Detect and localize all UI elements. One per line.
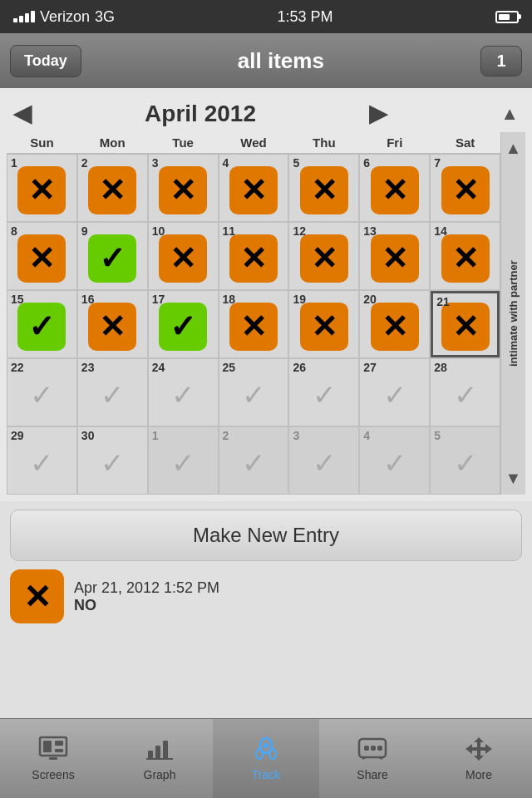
cal-cell-next-1[interactable]: 1 ✓ (149, 427, 218, 494)
cal-cell-23[interactable]: 23 ✓ (78, 359, 147, 426)
sidebar-down-arrow[interactable]: ▼ (502, 466, 525, 491)
cal-cell-26[interactable]: 26 ✓ (289, 359, 358, 426)
battery-fill (499, 14, 510, 20)
svg-rect-14 (364, 746, 369, 751)
cal-cell-12[interactable]: 12 ✕ (289, 223, 358, 289)
cell-icon-17: ✓ (159, 303, 207, 351)
day-thu: Thu (288, 132, 359, 153)
svg-point-10 (264, 743, 268, 748)
cal-cell-2[interactable]: 2 ✕ (78, 155, 147, 221)
cell-icon-18: ✕ (229, 303, 278, 351)
tab-more[interactable]: More (426, 719, 532, 798)
svg-rect-16 (377, 746, 382, 751)
cell-icon-6: ✕ (371, 166, 419, 214)
calendar-main: Sun Mon Tue Wed Thu Fri Sat 1 ✕ (7, 132, 500, 495)
cal-cell-8[interactable]: 8 ✕ (7, 223, 76, 289)
track-icon (251, 736, 281, 765)
cell-icon-9: ✓ (88, 234, 136, 283)
day-sun: Sun (7, 132, 77, 153)
cal-cell-30[interactable]: 30 ✓ (78, 427, 147, 494)
svg-rect-2 (55, 741, 63, 746)
nav-bar: Today all items 1 (0, 33, 532, 88)
entry-info: Apr 21, 2012 1:52 PM NO (74, 579, 219, 614)
tab-share[interactable]: Share (319, 719, 426, 798)
cal-cell-28[interactable]: 28 ✓ (431, 359, 500, 426)
cal-cell-5[interactable]: 5 ✕ (289, 155, 358, 221)
cal-cell-next-5[interactable]: 5 ✓ (431, 427, 500, 494)
day-headers: Sun Mon Tue Wed Thu Fri Sat (7, 132, 500, 154)
graph-icon (145, 736, 175, 765)
carrier-label: Verizon (40, 8, 90, 26)
day-fri: Fri (359, 132, 430, 153)
scroll-up-button[interactable]: ▲ (500, 103, 519, 125)
more-icon (464, 736, 494, 765)
cal-cell-6[interactable]: 6 ✕ (360, 155, 429, 221)
tab-track[interactable]: Track (213, 719, 319, 798)
cal-cell-next-2[interactable]: 2 ✓ (219, 427, 288, 494)
cal-cell-17[interactable]: 17 ✓ (149, 291, 218, 357)
svg-rect-15 (371, 746, 376, 751)
cal-cell-27[interactable]: 27 ✓ (360, 359, 429, 426)
cal-cell-25[interactable]: 25 ✓ (219, 359, 288, 426)
svg-rect-4 (49, 757, 57, 760)
entry-icon: ✕ (10, 569, 64, 623)
cell-icon-4: ✕ (229, 166, 278, 214)
cal-cell-next-3[interactable]: 3 ✓ (289, 427, 358, 494)
tab-bar: Screens Graph Track (0, 718, 532, 798)
cal-cell-20[interactable]: 20 ✕ (360, 291, 429, 357)
svg-rect-7 (163, 741, 168, 759)
cal-cell-16[interactable]: 16 ✕ (78, 291, 147, 357)
cal-cell-next-4[interactable]: 4 ✓ (360, 427, 429, 494)
tab-more-label: More (466, 768, 492, 781)
tab-graph[interactable]: Graph (106, 719, 213, 798)
cell-icon-5: ✕ (300, 166, 348, 214)
tab-screens[interactable]: Screens (0, 719, 106, 798)
sidebar-up-arrow[interactable]: ▲ (502, 135, 525, 161)
cal-cell-4[interactable]: 4 ✕ (219, 155, 288, 221)
today-button[interactable]: Today (10, 45, 81, 77)
cal-cell-29[interactable]: 29 ✓ (7, 427, 76, 494)
calendar-wrapper: Sun Mon Tue Wed Thu Fri Sat 1 ✕ (7, 132, 525, 495)
cell-icon-14: ✕ (441, 234, 490, 283)
cell-icon-7: ✕ (441, 166, 490, 214)
cell-icon-next-3: ✓ (300, 439, 348, 487)
cell-icon-15: ✓ (17, 303, 66, 351)
cell-icon-28: ✓ (441, 371, 490, 419)
cell-icon-23: ✓ (88, 371, 136, 419)
cal-cell-11[interactable]: 11 ✕ (219, 223, 288, 289)
day-sat: Sat (430, 132, 500, 153)
make-new-entry-button[interactable]: Make New Entry (10, 510, 522, 561)
battery-icon (495, 11, 519, 23)
cal-cell-19[interactable]: 19 ✕ (289, 291, 358, 357)
notification-badge[interactable]: 1 (480, 46, 522, 76)
cell-icon-next-1: ✓ (159, 439, 207, 487)
entry-log: ✕ Apr 21, 2012 1:52 PM NO (10, 569, 522, 623)
cal-cell-13[interactable]: 13 ✕ (360, 223, 429, 289)
cal-cell-3[interactable]: 3 ✕ (149, 155, 218, 221)
cell-icon-next-5: ✓ (441, 439, 490, 487)
signal-icon (13, 11, 35, 22)
time-label: 1:53 PM (278, 8, 333, 26)
cal-cell-22[interactable]: 22 ✓ (7, 359, 76, 426)
cal-cell-10[interactable]: 10 ✕ (149, 223, 218, 289)
cell-icon-19: ✕ (300, 303, 348, 351)
next-month-button[interactable]: ▶ (369, 100, 387, 127)
svg-point-11 (256, 749, 263, 759)
cal-cell-7[interactable]: 7 ✕ (431, 155, 500, 221)
calendar-sidebar: ▲ intimate with partner ▼ (500, 132, 525, 495)
cal-cell-1[interactable]: 1 ✕ (7, 155, 76, 221)
prev-month-button[interactable]: ◀ (13, 100, 32, 127)
cal-cell-9[interactable]: 9 ✓ (78, 223, 147, 289)
cal-cell-18[interactable]: 18 ✕ (219, 291, 288, 357)
cell-icon-24: ✓ (159, 371, 207, 419)
cell-icon-2: ✕ (88, 166, 136, 214)
cell-icon-25: ✓ (229, 371, 278, 419)
cal-cell-14[interactable]: 14 ✕ (431, 223, 500, 289)
svg-rect-1 (43, 741, 52, 752)
day-tue: Tue (148, 132, 219, 153)
cal-cell-24[interactable]: 24 ✓ (149, 359, 218, 426)
cal-cell-21[interactable]: 21 ✕ (431, 291, 500, 357)
tab-graph-label: Graph (144, 768, 176, 781)
cell-icon-27: ✓ (371, 371, 419, 419)
cal-cell-15[interactable]: 15 ✓ (7, 291, 76, 357)
